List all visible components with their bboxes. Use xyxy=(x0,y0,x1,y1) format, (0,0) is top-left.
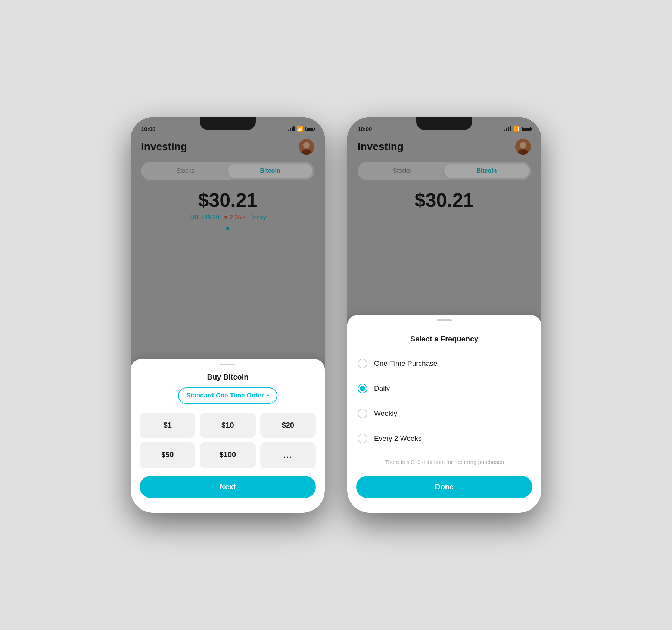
frequency-title: Select a Frequency xyxy=(347,329,541,351)
radio-biweekly[interactable] xyxy=(358,434,367,443)
amount-btn-more[interactable]: ... xyxy=(260,442,316,468)
next-button[interactable]: Next xyxy=(140,476,316,498)
frequency-label-daily: Daily xyxy=(374,384,390,393)
battery-icon-2 xyxy=(522,127,531,131)
frequency-sheet: Select a Frequency One-Time Purchase Dai… xyxy=(347,315,541,513)
radio-one-time[interactable] xyxy=(358,359,367,368)
frequency-label-weekly: Weekly xyxy=(374,409,397,418)
buy-bitcoin-sheet: Buy Bitcoin Standard One-Time Order ▾ $1… xyxy=(131,359,325,513)
notch xyxy=(416,117,472,130)
amount-btn-1[interactable]: $1 xyxy=(140,413,195,438)
frequency-option-weekly[interactable]: Weekly xyxy=(347,401,541,426)
amount-grid: $1 $10 $20 $50 $100 ... xyxy=(140,413,316,468)
frequency-option-daily[interactable]: Daily xyxy=(347,376,541,401)
wifi-icon-2: 📶 xyxy=(513,126,520,132)
status-icons-2: 📶 xyxy=(504,126,531,132)
status-icons: 📶 xyxy=(288,126,314,132)
sheet-handle xyxy=(220,364,235,365)
chevron-down-icon: ▾ xyxy=(267,393,269,398)
status-time: 10:00 xyxy=(141,126,155,132)
frequency-option-biweekly[interactable]: Every 2 Weeks xyxy=(347,426,541,451)
order-dropdown-text: Standard One-Time Order xyxy=(186,392,264,399)
radio-weekly[interactable] xyxy=(358,409,367,418)
radio-daily[interactable] xyxy=(358,384,367,393)
sheet-title: Buy Bitcoin xyxy=(140,373,316,381)
radio-inner-daily xyxy=(360,386,365,391)
amount-btn-20[interactable]: $20 xyxy=(260,413,316,438)
frequency-label-biweekly: Every 2 Weeks xyxy=(374,434,421,443)
phone-1: 10:00 📶 Investing xyxy=(131,117,325,513)
frequency-option-one-time[interactable]: One-Time Purchase xyxy=(347,351,541,376)
notch xyxy=(200,117,256,130)
done-button[interactable]: Done xyxy=(356,476,532,498)
amount-btn-50[interactable]: $50 xyxy=(140,442,195,468)
status-time-2: 10:00 xyxy=(358,126,372,132)
wifi-icon: 📶 xyxy=(297,126,303,132)
battery-icon xyxy=(305,127,314,131)
order-dropdown[interactable]: Standard One-Time Order ▾ xyxy=(178,387,277,404)
sheet-handle-2 xyxy=(437,319,452,321)
frequency-note: There is a $10 minimum for recurring pur… xyxy=(347,451,541,473)
frequency-label-one-time: One-Time Purchase xyxy=(374,359,437,368)
phone-2: 10:00 📶 Investing xyxy=(347,117,541,513)
signal-icon-2 xyxy=(504,126,511,131)
amount-btn-100[interactable]: $100 xyxy=(200,442,255,468)
signal-icon xyxy=(288,126,295,131)
amount-btn-10[interactable]: $10 xyxy=(200,413,255,438)
